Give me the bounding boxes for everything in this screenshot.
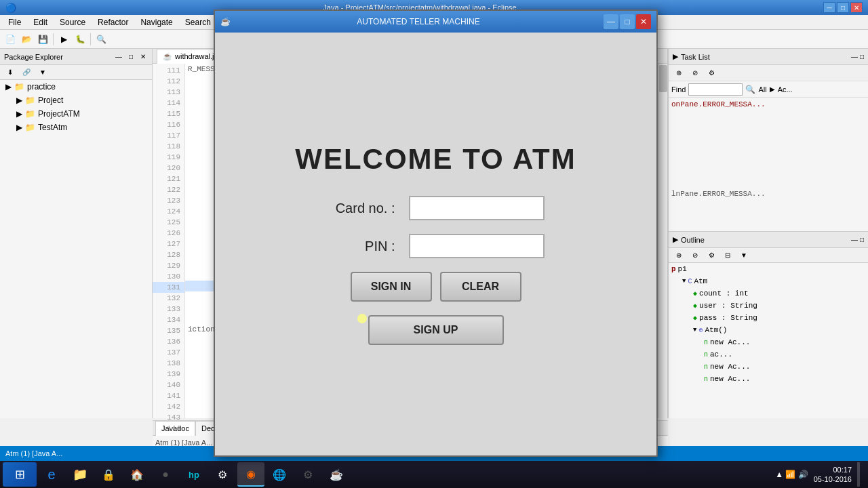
new-ac2-icon: n (704, 363, 708, 371)
menu-edit[interactable]: Edit (28, 16, 53, 28)
expand-icon: ▶ (5, 82, 12, 92)
taskbar-settings[interactable]: ⚙ (294, 462, 321, 487)
tree-practice[interactable]: ▶ 📁 practice (0, 80, 152, 94)
scroll-thumb[interactable] (659, 65, 667, 92)
minimize-outline-icon[interactable]: — (851, 236, 858, 243)
minimize-panel-icon[interactable]: — (114, 52, 123, 62)
package-explorer-header: Package Explorer — □ ✕ (0, 49, 152, 65)
outline-atm[interactable]: ▼ C Atm (669, 275, 868, 287)
ide-icon: 🔵 (5, 3, 16, 13)
maximize-panel-icon[interactable]: □ (126, 52, 136, 62)
signup-button[interactable]: SIGN UP (368, 315, 504, 345)
outline-btn4[interactable]: ⊟ (720, 248, 735, 263)
task-btn3[interactable]: ⚙ (704, 66, 719, 81)
clear-button[interactable]: CLEAR (440, 272, 521, 302)
atm-maximize-btn[interactable]: □ (620, 14, 635, 29)
close-panel-icon[interactable]: ✕ (138, 52, 148, 62)
tree-project[interactable]: ▶ 📁 Project (0, 94, 152, 107)
task-btn1[interactable]: ⊕ (671, 66, 686, 81)
outline-new-ac1[interactable]: n new Ac... (669, 336, 868, 348)
outline-pass[interactable]: ◆ pass : String (669, 312, 868, 324)
ln-143: 143 (153, 412, 184, 423)
taskbar-folder[interactable]: 📁 (66, 462, 94, 487)
ln-139: 139 (153, 369, 184, 380)
taskbar-ie[interactable]: e (38, 462, 65, 487)
cursor-indicator (357, 314, 367, 323)
maximize-btn[interactable]: □ (837, 2, 849, 13)
atm-minimize-btn[interactable]: — (604, 14, 618, 29)
package-explorer-title: Package Explorer (4, 53, 111, 61)
taskbar-gear[interactable]: ⚙ (209, 462, 236, 487)
view-menu-icon[interactable]: ▼ (35, 65, 50, 80)
taskbar-hp[interactable]: hp (180, 462, 208, 487)
outline-ac[interactable]: n ac... (669, 348, 868, 361)
show-desktop[interactable] (857, 462, 860, 487)
ln-115: 115 (153, 108, 184, 119)
maximize-task-icon[interactable]: □ (860, 53, 864, 60)
taskbar-clock: 00:17 05-10-2016 (814, 465, 852, 485)
search-icon[interactable]: 🔍 (745, 85, 755, 94)
minimize-task-icon[interactable]: — (851, 53, 858, 60)
search-icon[interactable]: 🔍 (94, 32, 108, 47)
outline-btn1[interactable]: ⊕ (671, 248, 686, 263)
debug-btn[interactable]: 🐛 (73, 32, 87, 47)
minimize-btn[interactable]: ─ (823, 2, 835, 13)
pass-icon: ◆ (693, 314, 697, 322)
run-btn[interactable]: ▶ (56, 32, 71, 47)
taskbar-chrome[interactable]: 🌐 (266, 462, 293, 487)
tree-testatm[interactable]: ▶ 📁 TestAtm (0, 121, 152, 134)
task-toolbar: ⊕ ⊘ ⚙ (669, 65, 868, 81)
outline-btn3[interactable]: ⚙ (704, 248, 719, 263)
ac-icon: n (704, 351, 708, 359)
maximize-outline-icon[interactable]: □ (860, 236, 864, 243)
menu-source[interactable]: Source (54, 16, 91, 28)
taskbar-lock[interactable]: 🔒 (95, 462, 122, 487)
menu-file[interactable]: File (3, 16, 26, 28)
outline-atm-constructor[interactable]: ▼ ⊕ Atm() (669, 324, 868, 336)
java-file-icon: ☕ (163, 52, 172, 61)
task-search-input[interactable] (688, 83, 743, 96)
outline-toolbar: ⊕ ⊘ ⚙ ⊟ ▼ (669, 248, 868, 263)
tree-projectatm[interactable]: ▶ 📁 ProjectATM (0, 107, 152, 121)
menu-navigate[interactable]: Navigate (135, 16, 178, 28)
project-icon: 📁 (25, 96, 35, 105)
card-input[interactable] (409, 196, 545, 220)
outline-user[interactable]: ◆ user : String (669, 300, 868, 312)
outline-btn5[interactable]: ▼ (736, 248, 751, 263)
task-btn2[interactable]: ⊘ (688, 66, 703, 81)
taskbar-circle[interactable]: ● (152, 462, 179, 487)
ln-122: 122 (153, 184, 184, 195)
open-btn[interactable]: 📂 (19, 32, 34, 47)
outline-new-ac3[interactable]: n new Ac... (669, 373, 868, 385)
editor-scrollbar[interactable] (658, 64, 667, 418)
tree-label-projectatm: ProjectATM (38, 109, 80, 119)
p1-label: p1 (678, 265, 687, 273)
new-ac2-label: new Ac... (710, 363, 750, 371)
atm-close-btn[interactable]: ✕ (636, 14, 651, 29)
new-file-btn[interactable]: 📄 (3, 32, 18, 47)
link-editor-icon[interactable]: 🔗 (19, 65, 34, 80)
menu-refactor[interactable]: Refactor (92, 16, 134, 28)
pin-input[interactable] (409, 234, 545, 258)
atm-welcome-text: WELCOME TO ATM (295, 143, 576, 176)
user-label: user : String (699, 302, 757, 310)
outline-p1[interactable]: p p1 (669, 263, 868, 275)
save-btn[interactable]: 💾 (35, 32, 50, 47)
taskbar-java[interactable]: ☕ (323, 462, 350, 487)
start-button[interactable]: ⊞ (3, 462, 37, 487)
outline-new-ac2[interactable]: n new Ac... (669, 361, 868, 373)
ln-114: 114 (153, 98, 184, 108)
user-icon: ◆ (693, 302, 697, 310)
outline-count[interactable]: ◆ count : int (669, 287, 868, 300)
taskbar-eclipse[interactable]: ◉ (237, 462, 264, 487)
count-icon: ◆ (693, 289, 697, 298)
task-list-title: Task List (681, 53, 710, 61)
signin-button[interactable]: SIGN IN (351, 272, 432, 302)
collapse-all-icon[interactable]: ⬇ (3, 65, 18, 80)
outline-btn2[interactable]: ⊘ (688, 248, 703, 263)
ln-142: 142 (153, 401, 184, 412)
close-btn[interactable]: ✕ (850, 2, 863, 13)
tree-label-project: Project (38, 96, 63, 105)
taskbar-home[interactable]: 🏠 (123, 462, 151, 487)
menu-search[interactable]: Search (180, 16, 216, 28)
